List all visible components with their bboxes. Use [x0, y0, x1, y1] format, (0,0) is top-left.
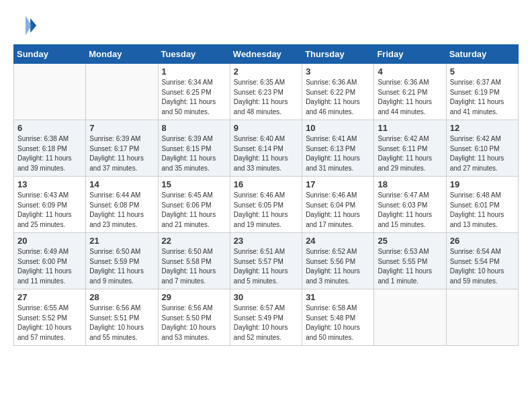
- cell-content: Sunrise: 6:52 AM Sunset: 5:56 PM Dayligh…: [306, 247, 370, 286]
- cell-content: Sunrise: 6:58 AM Sunset: 5:48 PM Dayligh…: [306, 304, 370, 342]
- day-number: 2: [234, 66, 298, 77]
- calendar-cell: 3Sunrise: 6:36 AM Sunset: 6:22 PM Daylig…: [302, 64, 374, 120]
- day-number: 18: [378, 179, 442, 189]
- day-number: 14: [89, 179, 154, 189]
- calendar-cell: 29Sunrise: 6:56 AM Sunset: 5:50 PM Dayli…: [158, 289, 230, 346]
- calendar-cell: 11Sunrise: 6:42 AM Sunset: 6:11 PM Dayli…: [374, 120, 446, 177]
- cell-content: Sunrise: 6:50 AM Sunset: 5:59 PM Dayligh…: [89, 247, 154, 286]
- cell-content: Sunrise: 6:42 AM Sunset: 6:11 PM Dayligh…: [378, 134, 442, 173]
- day-number: 5: [450, 66, 515, 77]
- calendar-cell: 18Sunrise: 6:47 AM Sunset: 6:03 PM Dayli…: [374, 177, 446, 233]
- day-number: 21: [89, 236, 154, 246]
- cell-content: Sunrise: 6:57 AM Sunset: 5:49 PM Dayligh…: [234, 304, 298, 342]
- calendar-week-2: 6Sunrise: 6:38 AM Sunset: 6:18 PM Daylig…: [14, 120, 519, 177]
- day-number: 29: [162, 292, 226, 302]
- day-number: 28: [89, 292, 154, 302]
- col-header-thursday: Thursday: [302, 45, 374, 64]
- calendar-cell: 27Sunrise: 6:55 AM Sunset: 5:52 PM Dayli…: [14, 289, 86, 346]
- day-number: 27: [17, 292, 82, 302]
- calendar-cell: 13Sunrise: 6:43 AM Sunset: 6:09 PM Dayli…: [14, 177, 86, 233]
- day-number: 13: [17, 179, 82, 189]
- logo-icon: [13, 13, 38, 38]
- day-number: 10: [306, 123, 370, 133]
- cell-content: Sunrise: 6:49 AM Sunset: 6:00 PM Dayligh…: [17, 247, 82, 286]
- day-number: 17: [306, 179, 370, 189]
- calendar-cell: 7Sunrise: 6:39 AM Sunset: 6:17 PM Daylig…: [86, 120, 158, 177]
- logo: [13, 13, 40, 38]
- day-number: 3: [306, 66, 370, 77]
- cell-content: Sunrise: 6:36 AM Sunset: 6:22 PM Dayligh…: [306, 78, 370, 117]
- cell-content: Sunrise: 6:50 AM Sunset: 5:58 PM Dayligh…: [162, 247, 226, 286]
- calendar-cell: 28Sunrise: 6:56 AM Sunset: 5:51 PM Dayli…: [86, 289, 158, 346]
- calendar-cell: 25Sunrise: 6:53 AM Sunset: 5:55 PM Dayli…: [374, 233, 446, 289]
- cell-content: Sunrise: 6:56 AM Sunset: 5:50 PM Dayligh…: [162, 304, 226, 342]
- col-header-monday: Monday: [86, 45, 158, 64]
- cell-content: Sunrise: 6:34 AM Sunset: 6:25 PM Dayligh…: [162, 78, 226, 117]
- calendar-cell: 31Sunrise: 6:58 AM Sunset: 5:48 PM Dayli…: [302, 289, 374, 346]
- calendar-cell: 1Sunrise: 6:34 AM Sunset: 6:25 PM Daylig…: [158, 64, 230, 120]
- calendar-cell: 21Sunrise: 6:50 AM Sunset: 5:59 PM Dayli…: [86, 233, 158, 289]
- cell-content: Sunrise: 6:46 AM Sunset: 6:04 PM Dayligh…: [306, 191, 370, 230]
- day-number: 4: [378, 66, 442, 77]
- calendar-cell: 4Sunrise: 6:36 AM Sunset: 6:21 PM Daylig…: [374, 64, 446, 120]
- cell-content: Sunrise: 6:47 AM Sunset: 6:03 PM Dayligh…: [378, 191, 442, 230]
- col-header-tuesday: Tuesday: [158, 45, 230, 64]
- cell-content: Sunrise: 6:45 AM Sunset: 6:06 PM Dayligh…: [162, 191, 226, 230]
- day-number: 24: [306, 236, 370, 246]
- cell-content: Sunrise: 6:51 AM Sunset: 5:57 PM Dayligh…: [234, 247, 298, 286]
- cell-content: Sunrise: 6:35 AM Sunset: 6:23 PM Dayligh…: [234, 78, 298, 117]
- day-number: 25: [378, 236, 442, 246]
- day-number: 6: [17, 123, 82, 133]
- day-number: 23: [234, 236, 298, 246]
- day-number: 19: [450, 179, 515, 189]
- calendar-cell: 22Sunrise: 6:50 AM Sunset: 5:58 PM Dayli…: [158, 233, 230, 289]
- day-number: 22: [162, 236, 226, 246]
- day-number: 30: [234, 292, 298, 302]
- calendar-cell: 15Sunrise: 6:45 AM Sunset: 6:06 PM Dayli…: [158, 177, 230, 233]
- col-header-saturday: Saturday: [446, 45, 518, 64]
- cell-content: Sunrise: 6:42 AM Sunset: 6:10 PM Dayligh…: [450, 134, 515, 173]
- day-number: 15: [162, 179, 226, 189]
- calendar-cell: 9Sunrise: 6:40 AM Sunset: 6:14 PM Daylig…: [230, 120, 302, 177]
- cell-content: Sunrise: 6:38 AM Sunset: 6:18 PM Dayligh…: [17, 134, 82, 173]
- cell-content: Sunrise: 6:36 AM Sunset: 6:21 PM Dayligh…: [378, 78, 442, 117]
- day-number: 1: [162, 66, 226, 77]
- calendar-cell: 24Sunrise: 6:52 AM Sunset: 5:56 PM Dayli…: [302, 233, 374, 289]
- day-number: 26: [450, 236, 515, 246]
- cell-content: Sunrise: 6:43 AM Sunset: 6:09 PM Dayligh…: [17, 191, 82, 230]
- cell-content: Sunrise: 6:40 AM Sunset: 6:14 PM Dayligh…: [234, 134, 298, 173]
- cell-content: Sunrise: 6:54 AM Sunset: 5:54 PM Dayligh…: [450, 247, 515, 286]
- day-number: 11: [378, 123, 442, 133]
- calendar-cell: [86, 64, 158, 120]
- cell-content: Sunrise: 6:39 AM Sunset: 6:15 PM Dayligh…: [162, 134, 226, 173]
- calendar-cell: [374, 289, 446, 346]
- day-number: 9: [234, 123, 298, 133]
- cell-content: Sunrise: 6:48 AM Sunset: 6:01 PM Dayligh…: [450, 191, 515, 230]
- day-number: 31: [306, 292, 370, 302]
- calendar-week-3: 13Sunrise: 6:43 AM Sunset: 6:09 PM Dayli…: [14, 177, 519, 233]
- calendar-cell: 30Sunrise: 6:57 AM Sunset: 5:49 PM Dayli…: [230, 289, 302, 346]
- calendar-cell: [446, 289, 518, 346]
- calendar-cell: 23Sunrise: 6:51 AM Sunset: 5:57 PM Dayli…: [230, 233, 302, 289]
- calendar-cell: 8Sunrise: 6:39 AM Sunset: 6:15 PM Daylig…: [158, 120, 230, 177]
- page-header: [13, 13, 519, 38]
- calendar-cell: 2Sunrise: 6:35 AM Sunset: 6:23 PM Daylig…: [230, 64, 302, 120]
- calendar-cell: 20Sunrise: 6:49 AM Sunset: 6:00 PM Dayli…: [14, 233, 86, 289]
- col-header-wednesday: Wednesday: [230, 45, 302, 64]
- calendar-cell: 10Sunrise: 6:41 AM Sunset: 6:13 PM Dayli…: [302, 120, 374, 177]
- cell-content: Sunrise: 6:44 AM Sunset: 6:08 PM Dayligh…: [89, 191, 154, 230]
- calendar-cell: 19Sunrise: 6:48 AM Sunset: 6:01 PM Dayli…: [446, 177, 518, 233]
- calendar-cell: 17Sunrise: 6:46 AM Sunset: 6:04 PM Dayli…: [302, 177, 374, 233]
- cell-content: Sunrise: 6:39 AM Sunset: 6:17 PM Dayligh…: [89, 134, 154, 173]
- calendar-cell: 6Sunrise: 6:38 AM Sunset: 6:18 PM Daylig…: [14, 120, 86, 177]
- cell-content: Sunrise: 6:37 AM Sunset: 6:19 PM Dayligh…: [450, 78, 515, 117]
- cell-content: Sunrise: 6:41 AM Sunset: 6:13 PM Dayligh…: [306, 134, 370, 173]
- calendar-cell: 26Sunrise: 6:54 AM Sunset: 5:54 PM Dayli…: [446, 233, 518, 289]
- col-header-friday: Friday: [374, 45, 446, 64]
- cell-content: Sunrise: 6:53 AM Sunset: 5:55 PM Dayligh…: [378, 247, 442, 286]
- day-number: 12: [450, 123, 515, 133]
- calendar-week-5: 27Sunrise: 6:55 AM Sunset: 5:52 PM Dayli…: [14, 289, 519, 346]
- calendar-cell: 5Sunrise: 6:37 AM Sunset: 6:19 PM Daylig…: [446, 64, 518, 120]
- calendar-cell: 12Sunrise: 6:42 AM Sunset: 6:10 PM Dayli…: [446, 120, 518, 177]
- cell-content: Sunrise: 6:55 AM Sunset: 5:52 PM Dayligh…: [17, 304, 82, 342]
